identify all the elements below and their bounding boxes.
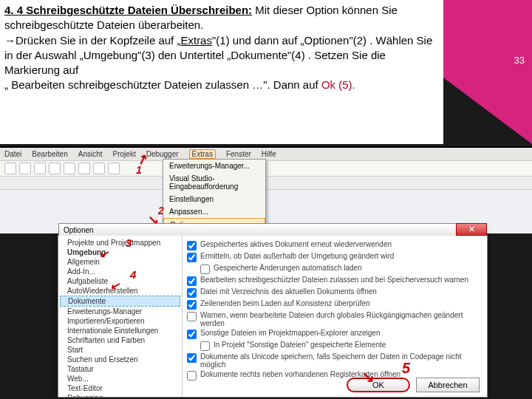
checkbox[interactable] xyxy=(187,353,197,363)
option-row: Datei mit Verzeichnis des aktuellen Doku… xyxy=(187,287,482,298)
option-row: Sonstige Dateien im Projektmappen-Explor… xyxy=(187,329,482,339)
option-label: Dokumente als Unicode speichern, falls S… xyxy=(200,352,482,369)
annotation-number-1: 1 xyxy=(136,164,142,176)
toolbar-btn[interactable] xyxy=(93,163,105,174)
ide-screenshot: Datei Bearbeiten Ansicht Projekt Debugge… xyxy=(0,146,532,233)
options-checkboxes: Gespeichertes aktives Dokument erneut wi… xyxy=(183,236,487,397)
checkbox[interactable] xyxy=(187,371,197,381)
annotation-number-3: 3 xyxy=(126,236,132,249)
ok-button[interactable]: OK xyxy=(347,378,410,392)
annotation-number-4: 4 xyxy=(130,268,136,281)
toolbar-btn[interactable] xyxy=(34,163,46,174)
checkbox[interactable] xyxy=(187,300,197,310)
page-number: 33 xyxy=(514,55,525,66)
options-tree: Projekte und Projektmappen Umgebung Allg… xyxy=(58,236,183,397)
checkbox[interactable] xyxy=(187,288,197,298)
menu-extras[interactable]: Extras xyxy=(189,149,216,159)
option-label: In Projekt "Sonstige Dateien" gespeicher… xyxy=(214,341,386,349)
cancel-button[interactable]: Abbrechen xyxy=(416,378,480,392)
instruction-text: 4. 4 Schreibgeschützte Dateien Überschre… xyxy=(4,3,440,93)
checkbox[interactable] xyxy=(200,341,210,351)
toolbar-btn[interactable] xyxy=(78,163,90,174)
checkbox[interactable] xyxy=(187,276,197,286)
checkbox[interactable] xyxy=(200,265,210,274)
option-label: Warnen, wenn bearbeitete Dateien durch g… xyxy=(200,311,482,327)
extras-menu-popup: Erweiterungs-Manager... Visual Studio-Ei… xyxy=(163,159,266,233)
annotation-number-5: 5 xyxy=(402,360,410,377)
option-label: Datei mit Verzeichnis des aktuellen Doku… xyxy=(200,287,377,296)
tree-dokumente[interactable]: Dokumente xyxy=(60,296,180,307)
checkbox[interactable] xyxy=(187,241,197,250)
toolbar-btn[interactable] xyxy=(64,163,75,174)
menu-item[interactable]: Einstellungen xyxy=(163,193,265,205)
option-label: Sonstige Dateien im Projektmappen-Explor… xyxy=(200,329,380,337)
menu-item[interactable]: Erweiterungs-Manager... xyxy=(163,160,265,172)
checkbox[interactable] xyxy=(187,312,197,321)
option-row: Ermitteln, ob Datei außerhalb der Umgebu… xyxy=(187,252,482,262)
checkbox[interactable] xyxy=(187,330,197,339)
option-row: Dokumente als Unicode speichern, falls S… xyxy=(187,352,482,369)
option-label: Gespeichertes aktives Dokument erneut wi… xyxy=(200,240,392,248)
option-label: Ermitteln, ob Datei außerhalb der Umgebu… xyxy=(200,252,394,260)
heading: 4. 4 Schreibgeschützte Dateien Überschre… xyxy=(4,4,252,16)
toolbar-btn[interactable] xyxy=(49,163,61,174)
toolbar-btn[interactable] xyxy=(19,163,31,174)
option-row: Gespeicherte Änderungen automatisch lade… xyxy=(200,264,482,274)
toolbar-btn[interactable] xyxy=(4,163,16,174)
option-label: Gespeicherte Änderungen automatisch lade… xyxy=(214,264,362,272)
option-row: Bearbeiten schreibgeschützter Dateien zu… xyxy=(187,276,482,286)
checkbox[interactable] xyxy=(187,253,197,262)
option-label: Bearbeiten schreibgeschützter Dateien zu… xyxy=(200,276,468,284)
option-label: Zeilenenden beim Laden auf Konsistenz üb… xyxy=(200,299,370,307)
menu-item[interactable]: Anpassen... xyxy=(163,205,265,218)
menu-item[interactable]: Visual Studio-Eingabeaufforderung xyxy=(163,172,265,193)
options-dialog: Optionen ✕ Projekte und Projektmappen Um… xyxy=(58,235,488,398)
tree-umgebung[interactable]: Umgebung xyxy=(60,248,180,257)
option-row: Gespeichertes aktives Dokument erneut wi… xyxy=(187,240,482,250)
option-row: Zeilenenden beim Laden auf Konsistenz üb… xyxy=(187,299,482,310)
annotation-number-2: 2 xyxy=(158,205,164,216)
annotation-arrow-5: ↘ xyxy=(362,368,375,386)
option-row: In Projekt "Sonstige Dateien" gespeicher… xyxy=(200,341,482,351)
ide-menubar: Datei Bearbeiten Ansicht Projekt Debugge… xyxy=(0,148,532,160)
dialog-titlebar: Optionen xyxy=(58,223,487,236)
ide-toolbar xyxy=(0,160,532,177)
toolbar-btn[interactable] xyxy=(108,163,120,174)
close-icon[interactable]: ✕ xyxy=(456,223,487,236)
option-row: Warnen, wenn bearbeitete Dateien durch g… xyxy=(187,311,482,327)
